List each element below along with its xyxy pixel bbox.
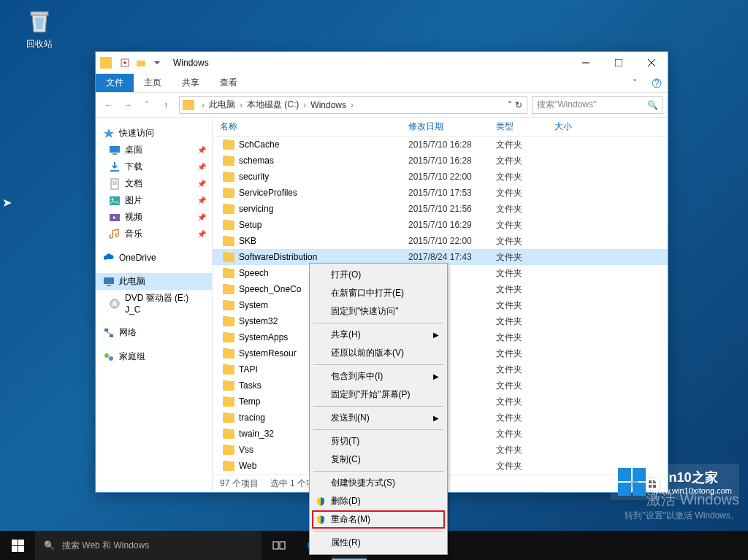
context-menu-item[interactable]: 在新窗口中打开(E): [312, 284, 445, 302]
sidebar-onedrive[interactable]: OneDrive: [96, 250, 212, 266]
folder-icon: [223, 156, 234, 166]
sidebar-homegroup[interactable]: 家庭组: [96, 348, 212, 365]
search-input[interactable]: 搜索"Windows" 🔍: [532, 96, 663, 114]
taskview-button[interactable]: [262, 531, 297, 560]
ribbon-help[interactable]: ?: [646, 74, 668, 92]
context-menu-item[interactable]: 重命名(M): [312, 510, 445, 529]
nav-up[interactable]: ↑: [157, 96, 175, 114]
nav-recent[interactable]: ˅: [138, 96, 156, 114]
sidebar-item[interactable]: 音乐📌: [96, 226, 212, 242]
sidebar-this-pc[interactable]: 此电脑: [96, 273, 212, 290]
chevron-right-icon[interactable]: ›: [300, 100, 309, 110]
folder-icon: [223, 285, 234, 294]
file-row[interactable]: Setup2015/7/10 16:29文件夹: [213, 217, 668, 233]
file-row[interactable]: SKB2015/7/10 22:00文件夹: [213, 233, 668, 249]
sidebar-item[interactable]: 视频📌: [96, 209, 212, 226]
folder-icon: [223, 172, 234, 182]
sidebar-quick-access[interactable]: 快速访问: [96, 125, 212, 142]
ribbon-tab-home[interactable]: 主页: [134, 74, 172, 92]
chevron-right-icon[interactable]: ›: [237, 100, 245, 110]
minimize-button[interactable]: [569, 52, 602, 74]
nav-back[interactable]: ←: [100, 96, 118, 114]
folder-icon: [223, 253, 234, 262]
context-menu-item[interactable]: 还原以前的版本(V): [312, 344, 445, 362]
svg-text:?: ?: [654, 78, 660, 88]
pin-icon: 📌: [197, 196, 206, 204]
file-row[interactable]: schemas2015/7/10 16:28文件夹: [213, 153, 668, 169]
folder-icon: [223, 269, 234, 278]
column-name[interactable]: 名称: [213, 120, 402, 133]
file-row[interactable]: servicing2015/7/10 21:56文件夹: [213, 201, 668, 217]
sidebar-dvd[interactable]: DVD 驱动器 (E:) J_C: [96, 290, 212, 317]
breadcrumb-seg[interactable]: 此电脑: [207, 99, 237, 111]
maximize-button[interactable]: [602, 52, 635, 74]
svg-point-26: [109, 356, 113, 361]
folder-icon: [223, 381, 234, 391]
music-icon: [109, 229, 121, 240]
context-menu-item[interactable]: 创建快捷方式(S): [312, 474, 445, 492]
ribbon-expand[interactable]: ˅: [624, 74, 646, 92]
status-count: 97 个项目: [220, 477, 259, 490]
context-menu-item[interactable]: 固定到"快速访问": [312, 302, 445, 321]
sidebar-network[interactable]: 网络: [96, 324, 212, 341]
svg-rect-11: [112, 153, 117, 155]
chevron-right-icon: ▶: [433, 372, 439, 380]
start-button[interactable]: [0, 531, 35, 560]
folder-icon: [223, 397, 234, 407]
pin-icon: 📌: [197, 146, 206, 154]
breadcrumb-seg[interactable]: Windows: [309, 100, 348, 110]
context-menu-item[interactable]: 固定到"开始"屏幕(P): [312, 386, 445, 404]
disc-icon: [109, 298, 121, 310]
context-menu-item[interactable]: 共享(H)▶: [312, 326, 445, 344]
sidebar-item[interactable]: 下载📌: [96, 158, 212, 175]
chevron-right-icon[interactable]: ›: [199, 100, 207, 110]
file-row[interactable]: ServiceProfiles2015/7/10 17:53文件夹: [213, 185, 668, 201]
context-menu-item[interactable]: 复制(C): [312, 450, 445, 469]
sidebar-item[interactable]: 桌面📌: [96, 142, 212, 158]
folder-icon: [223, 317, 234, 326]
mouse-cursor: ➤: [2, 196, 12, 210]
context-menu-item[interactable]: 属性(R): [312, 534, 445, 552]
context-menu-item[interactable]: 打开(O): [312, 266, 445, 284]
recycle-bin[interactable]: 回收站: [18, 6, 61, 50]
ribbon-tab-view[interactable]: 查看: [210, 74, 248, 92]
qat-dropdown[interactable]: [150, 55, 164, 70]
breadcrumb-seg[interactable]: 本地磁盘 (C:): [245, 99, 300, 111]
column-date[interactable]: 修改日期: [402, 120, 490, 133]
titlebar[interactable]: Windows: [96, 52, 668, 74]
close-button[interactable]: [635, 52, 668, 74]
window-title: Windows: [173, 58, 569, 68]
sidebar-item[interactable]: 文档📌: [96, 175, 212, 192]
file-row[interactable]: security2015/7/10 22:00文件夹: [213, 169, 668, 185]
network-icon: [103, 327, 115, 339]
context-menu-item[interactable]: 剪切(T): [312, 432, 445, 450]
chevron-right-icon[interactable]: ›: [348, 100, 356, 110]
sidebar-item[interactable]: 图片📌: [96, 192, 212, 209]
refresh-icon[interactable]: ↻: [514, 100, 524, 110]
pin-icon: 📌: [197, 163, 206, 171]
ribbon-tab-file[interactable]: 文件: [96, 74, 134, 92]
column-size[interactable]: 大小: [549, 120, 600, 133]
breadcrumb-dropdown[interactable]: ˅: [506, 100, 514, 110]
context-menu-item[interactable]: 删除(D): [312, 492, 445, 510]
svg-rect-19: [107, 285, 111, 286]
ribbon-tab-share[interactable]: 共享: [172, 74, 210, 92]
qat-properties[interactable]: [118, 55, 132, 70]
context-menu-item[interactable]: 包含到库中(I)▶: [312, 367, 445, 386]
folder-icon: [223, 237, 234, 246]
column-type[interactable]: 类型: [490, 120, 549, 133]
svg-rect-22: [104, 329, 108, 331]
svg-rect-35: [280, 542, 285, 549]
taskbar-search[interactable]: 🔍 搜索 Web 和 Windows: [35, 531, 262, 560]
search-icon[interactable]: 🔍: [647, 100, 658, 110]
breadcrumb[interactable]: › 此电脑 › 本地磁盘 (C:) › Windows › ˅ ↻: [179, 96, 527, 114]
context-menu-item[interactable]: 发送到(N)▶: [312, 409, 445, 427]
qat-new-folder[interactable]: [134, 55, 148, 70]
file-row[interactable]: SchCache2015/7/10 16:28文件夹: [213, 137, 668, 153]
recycle-bin-icon: [25, 6, 54, 35]
folder-icon: [223, 204, 234, 214]
pc-icon: [103, 276, 115, 288]
nav-forward[interactable]: →: [119, 96, 137, 114]
video-icon: [109, 212, 121, 223]
column-headers: 名称 修改日期 类型 大小: [213, 118, 668, 137]
